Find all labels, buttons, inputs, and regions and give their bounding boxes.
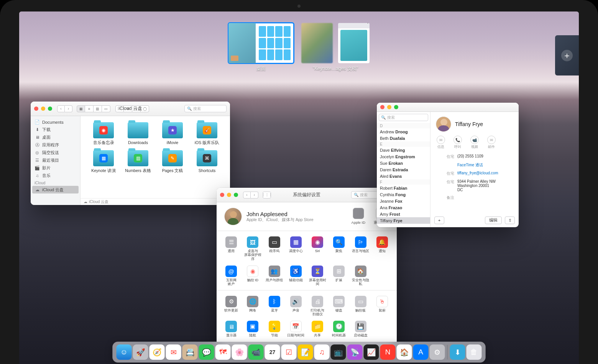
pref-pane[interactable]: 👥用户与群组	[264, 266, 284, 286]
contact-action[interactable]: ✉信息	[437, 136, 445, 149]
dock-app-podcasts[interactable]: 📡	[347, 344, 363, 360]
pref-pane[interactable]: ♿辅助功能	[286, 266, 306, 286]
dock-app-notes[interactable]: 📝	[298, 344, 313, 360]
action-button[interactable]: ⚙	[124, 105, 132, 112]
pref-pane[interactable]: 🖨打印机与 扫描仪	[307, 296, 327, 316]
pref-pane[interactable]: 💾启动磁盘	[351, 321, 371, 337]
dock-app-news[interactable]: N	[380, 344, 396, 360]
dock-app-appstore[interactable]: A	[413, 344, 429, 360]
pref-pane[interactable]: ⚙软件更新	[221, 296, 241, 316]
pref-pane[interactable]: 🏳语言与地区	[351, 236, 371, 261]
zoom-button[interactable]	[234, 193, 238, 197]
dock-app-stocks[interactable]: 📈	[364, 344, 379, 360]
dock-app-messages[interactable]: 💬	[199, 344, 214, 360]
contact-action[interactable]: ✉邮件	[487, 136, 496, 149]
sidebar-item[interactable]: 📄Documents	[31, 118, 80, 126]
sidebar-item[interactable]: 🎬影片	[31, 164, 80, 172]
pref-pane[interactable]: 📅日期与时间	[286, 321, 306, 337]
pref-pane[interactable]: ◉Siri	[307, 236, 327, 261]
arrange-button[interactable]: ⋮⋮	[115, 105, 124, 112]
dock-app-contacts[interactable]: 📇	[182, 344, 198, 360]
pref-pane[interactable]: 🔊声音	[286, 296, 306, 316]
icon-view-button[interactable]: ▦	[77, 105, 85, 112]
folder-item[interactable]: Downloads	[122, 122, 154, 146]
contact-row[interactable]: Beth Duafala	[377, 135, 430, 141]
pref-pane[interactable]: ▭程序坞	[264, 236, 284, 261]
contacts-search[interactable]: 🔍 搜索	[379, 114, 428, 121]
contact-row[interactable]: Aled Evans	[377, 173, 430, 179]
gallery-view-button[interactable]: ▭	[102, 105, 110, 112]
sidebar-item[interactable]: ☁iCloud 云盘	[32, 186, 79, 193]
dock-app-music[interactable]: ♫	[314, 344, 330, 360]
folder-item[interactable]: ⌘Shortcuts	[191, 150, 223, 174]
pref-pane[interactable]: 🖼桌面与 屏幕保护程序	[243, 236, 263, 261]
sidebar-item[interactable]: Ⓐ应用程序	[31, 141, 80, 149]
mc-thumb-app1[interactable]	[301, 23, 333, 63]
dock-app-sysprefs[interactable]: ⚙	[430, 344, 445, 360]
pref-pane[interactable]: ▭触控板	[351, 296, 371, 316]
mc-space-desktop[interactable]: 桌面	[228, 23, 294, 72]
contacts-titlebar[interactable]	[377, 103, 519, 112]
sidebar-item[interactable]: ♫音乐	[31, 172, 80, 179]
pref-pane[interactable]: 🌐网络	[243, 296, 263, 316]
dock-app-trash[interactable]: 🗑	[467, 344, 482, 360]
dock-app-tv[interactable]: 📺	[331, 344, 346, 360]
forward-button[interactable]: ›	[251, 192, 258, 198]
finder-titlebar[interactable]: ‹ › iCloud 云盘 ▦ ≡ ▥ ▭ ⋮⋮ ⚙ ⇪ ◯ 🔍	[31, 102, 230, 116]
mc-thumb-app2[interactable]: ➤ ＋	[338, 23, 370, 63]
contact-row[interactable]: Ana Frazao	[377, 204, 430, 211]
folder-item[interactable]: ✎Pages 文稿	[156, 150, 189, 174]
mc-thumb-desktop[interactable]	[228, 23, 294, 63]
dock-app-maps[interactable]: 🗺	[215, 344, 231, 360]
sidebar-item[interactable]: ⬇下载	[31, 126, 80, 133]
contact-row[interactable]: Jeanne Fox	[377, 198, 430, 204]
mc-add-space[interactable]: ＋	[555, 35, 579, 75]
pref-pane[interactable]: ᛒ蓝牙	[264, 296, 284, 316]
share-button[interactable]: ⇪	[505, 216, 515, 224]
dock-app-photos[interactable]: 🌸	[232, 344, 247, 360]
pref-pane[interactable]: ⌨键盘	[329, 296, 349, 316]
minimize-button[interactable]	[227, 193, 231, 197]
contact-row[interactable]: Andrew Droog	[377, 128, 430, 135]
contact-row[interactable]: Cynthia Fong	[377, 191, 430, 198]
column-view-button[interactable]: ▥	[94, 105, 102, 112]
mc-space-fullscreen[interactable]: ➤ ＋ "Keynote…ages 文稿"	[301, 23, 370, 72]
minimize-button[interactable]	[41, 107, 45, 111]
pref-pane[interactable]: ▦调度中心	[286, 236, 306, 261]
zoom-button[interactable]	[394, 105, 398, 109]
contact-row[interactable]: Daren Estrada	[377, 166, 430, 173]
sidebar-item[interactable]: ☰最近项目	[31, 156, 80, 164]
mc-add-to-space-icon[interactable]: ＋	[356, 51, 364, 59]
account-row[interactable]: John Appleseed Apple ID、iCloud、媒体与 App S…	[217, 202, 397, 231]
folder-item[interactable]: ★iMovie	[156, 122, 189, 146]
dock-app-safari[interactable]: 🧭	[150, 344, 165, 360]
dock-app-reminders[interactable]: ☑	[281, 344, 297, 360]
dock-app-home[interactable]: 🏠	[397, 344, 412, 360]
close-button[interactable]	[220, 193, 224, 197]
sidebar-item[interactable]: ◎隔空投送	[31, 149, 80, 156]
contact-row[interactable]: Amy Frost	[377, 211, 430, 217]
contact-action[interactable]: 📹视频	[470, 136, 479, 149]
pref-pane[interactable]: ⊞扩展	[329, 266, 349, 286]
share-button[interactable]: ⇪	[132, 105, 141, 112]
pref-pane[interactable]: 🔍聚焦	[329, 236, 349, 261]
forward-button[interactable]: ›	[65, 105, 72, 112]
pref-pane[interactable]: 💡节能	[264, 321, 284, 337]
dock-app-facetime[interactable]: 📹	[248, 344, 264, 360]
dock-app-downloads[interactable]: ⬇	[450, 344, 465, 360]
folder-item[interactable]: ◉音乐备忘录	[87, 122, 120, 146]
folder-item[interactable]: ▥Numbers 表格	[122, 150, 154, 174]
pref-pane[interactable]: 📁共享	[307, 321, 327, 337]
tags-button[interactable]: ◯	[141, 105, 149, 112]
pref-pane[interactable]: @互联网 账户	[221, 266, 241, 286]
close-button[interactable]	[380, 105, 384, 109]
back-button[interactable]: ‹	[243, 192, 251, 198]
header-pref-item[interactable]: Apple ID	[352, 208, 365, 225]
sysprefs-titlebar[interactable]: ‹ › ⋮⋮⋮ 系统偏好设置 🔍 搜索	[217, 188, 397, 202]
pref-pane[interactable]: ⏳屏幕使用时间	[307, 266, 327, 286]
pref-pane[interactable]: ▣随航	[243, 321, 263, 337]
view-mode-segmented[interactable]: ▦ ≡ ▥ ▭	[77, 105, 110, 112]
add-button[interactable]: +	[434, 216, 444, 224]
folder-item[interactable]: 🎸iOS 版库乐队	[191, 122, 223, 146]
contact-row[interactable]: Jocelyn Engstrom	[377, 153, 430, 160]
